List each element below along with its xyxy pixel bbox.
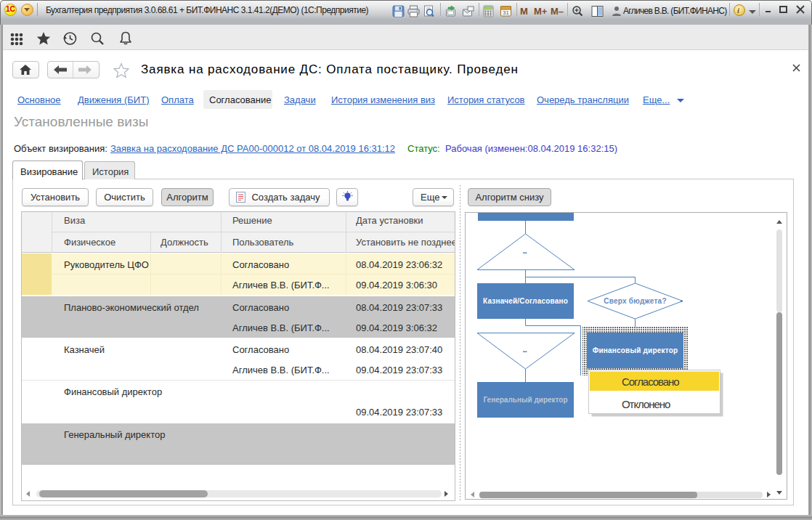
svg-text:Отклонено: Отклонено (622, 398, 670, 410)
svg-text:Сверх бюджета?: Сверх бюджета? (604, 297, 667, 305)
svg-text:Генеральный директор: Генеральный директор (483, 396, 567, 404)
svg-text:Финансовый директор: Финансовый директор (593, 346, 678, 354)
svg-text:31: 31 (503, 9, 509, 16)
svg-text:Казначей/Согласовано: Казначей/Согласовано (483, 297, 568, 305)
svg-text:Согласовано: Согласовано (622, 375, 679, 388)
